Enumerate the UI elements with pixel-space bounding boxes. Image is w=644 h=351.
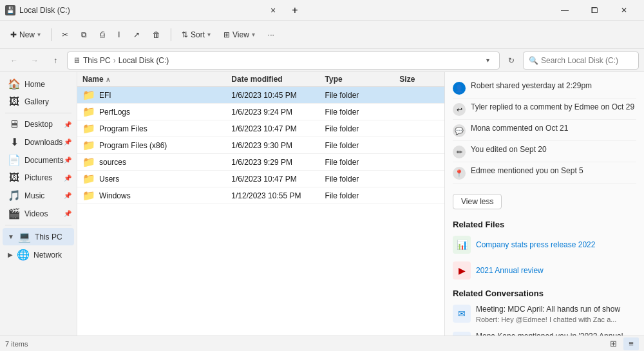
file-date-cell-4: 1/6/2023 9:29 PM [226, 154, 319, 171]
search-icon: 🔍 [529, 56, 538, 65]
view-less-button[interactable]: View less [453, 194, 502, 209]
conversation-item-1[interactable]: ✉ Mona Kane mentioned you in '2022 Annua… [445, 328, 644, 336]
list-view-button[interactable]: ≡ [623, 337, 639, 350]
new-button[interactable]: ✚ New ▾ [5, 24, 46, 45]
file-type-cell-5: File folder [320, 171, 395, 187]
grid-view-button[interactable]: ⊞ [605, 337, 621, 350]
network-expand-icon: ▶ [8, 251, 13, 258]
sidebar-item-network[interactable]: ▶ 🌐 Network [3, 246, 74, 263]
table-row[interactable]: 📁 Program Files 1/6/2023 10:47 PM File f… [77, 120, 444, 137]
sidebar-item-thispc[interactable]: ▼ 💻 This PC [3, 228, 74, 245]
search-input[interactable] [541, 56, 638, 65]
folder-icon-2: 📁 [82, 122, 95, 135]
share-button[interactable]: ↗ [128, 24, 145, 45]
rename-icon: Ⅰ [118, 30, 120, 39]
sidebar-item-home[interactable]: 🏠 Home [3, 75, 74, 93]
activity-text-2: Mona commented on Oct 21 [471, 123, 636, 134]
sidebar-item-gallery[interactable]: 🖼 Gallery [3, 93, 74, 110]
desktop-pin-icon: 📌 [64, 121, 71, 128]
address-bar: ← → ↑ 🖥 This PC › Local Disk (C:) ▾ ↻ 🔍 [0, 49, 644, 72]
folder-icon-0: 📁 [82, 89, 95, 101]
activity-text-4: Edmee mentioned you on Sept 5 [471, 166, 636, 176]
close-tab-button[interactable]: × [264, 0, 282, 21]
table-row[interactable]: 📁 sources 1/6/2023 9:29 PM File folder [77, 154, 444, 171]
folder-icon-5: 📁 [82, 173, 95, 185]
forward-button[interactable]: → [26, 52, 44, 70]
file-name-cell-1: 📁 PerfLogs [77, 104, 226, 120]
file-type-cell-1: File folder [320, 104, 395, 120]
minimize-button[interactable]: — [550, 0, 580, 21]
file-name-2: Program Files [99, 124, 147, 133]
table-header-row: Name ∧ Date modified Type Size [77, 72, 444, 87]
delete-button[interactable]: 🗑 [147, 24, 166, 45]
table-row[interactable]: 📁 PerfLogs 1/6/2023 9:24 PM File folder [77, 104, 444, 120]
folder-icon-4: 📁 [82, 156, 95, 168]
sort-button[interactable]: ⇅ Sort ▾ [176, 24, 216, 45]
sidebar-item-videos[interactable]: 🎬 Videos 📌 [3, 205, 74, 222]
column-header-date[interactable]: Date modified [226, 72, 319, 87]
sidebar-home-label: Home [24, 80, 69, 89]
sidebar-item-downloads[interactable]: ⬇ Downloads 📌 [3, 133, 74, 151]
related-file-name-1: 2021 Annual review [476, 266, 544, 275]
conversation-item-0[interactable]: ✉ Meeting: MDC April: All hands run of s… [445, 301, 644, 328]
pictures-pin-icon: 📌 [64, 175, 71, 182]
back-button[interactable]: ← [5, 52, 23, 70]
file-table: Name ∧ Date modified Type Size 📁 EFI 1/6… [77, 72, 444, 204]
sidebar-item-music[interactable]: 🎵 Music 📌 [3, 187, 74, 204]
item-count: 7 items [5, 340, 28, 348]
table-row[interactable]: 📁 Users 1/6/2023 10:47 PM File folder [77, 171, 444, 187]
file-pane: Name ∧ Date modified Type Size 📁 EFI 1/6… [77, 72, 444, 336]
conv-text-0: Meeting: MDC April: All hands run of sho… [476, 305, 636, 324]
sidebar-item-pictures[interactable]: 🖼 Pictures 📌 [3, 169, 74, 186]
breadcrumb-localdisk[interactable]: Local Disk (C:) [118, 56, 169, 65]
maximize-button[interactable]: ⧠ [580, 0, 609, 21]
share-icon: ↗ [133, 30, 140, 39]
table-row[interactable]: 📁 Program Files (x86) 1/6/2023 9:30 PM F… [77, 137, 444, 154]
related-files-header: Related Files [445, 214, 644, 232]
file-type-cell-0: File folder [320, 87, 395, 104]
sidebar-divider-1 [5, 113, 71, 113]
sidebar-item-desktop[interactable]: 🖥 Desktop 📌 [3, 116, 74, 133]
refresh-button[interactable]: ↻ [502, 52, 520, 70]
new-tab-button[interactable]: + [285, 0, 305, 21]
up-button[interactable]: ↑ [46, 52, 64, 70]
related-file-1[interactable]: ▶ 2021 Annual review [445, 258, 644, 283]
copy-button[interactable]: ⧉ [76, 24, 92, 45]
file-type-cell-4: File folder [320, 154, 395, 171]
thispc-icon: 💻 [18, 231, 31, 243]
activity-text-3: You edited on Sept 20 [471, 144, 636, 155]
column-header-name[interactable]: Name ∧ [77, 72, 226, 87]
view-button[interactable]: ⊞ View ▾ [218, 24, 260, 45]
close-button[interactable]: ✕ [609, 0, 639, 21]
breadcrumb-thispc[interactable]: This PC [83, 56, 111, 65]
breadcrumb[interactable]: 🖥 This PC › Local Disk (C:) ▾ [67, 52, 500, 70]
file-name-cell-0: 📁 EFI [77, 87, 226, 104]
file-name-cell-6: 📁 Windows [77, 187, 226, 204]
file-name-0: EFI [99, 91, 111, 100]
cut-button[interactable]: ✂ [57, 24, 73, 45]
new-icon: ✚ [10, 30, 17, 39]
file-size-cell-2 [394, 120, 444, 137]
table-row[interactable]: 📁 Windows 1/12/2023 10:55 PM File folder [77, 187, 444, 204]
view-icon: ⊞ [223, 30, 230, 39]
file-type-cell-6: File folder [320, 187, 395, 204]
column-header-type[interactable]: Type [320, 72, 395, 87]
activity-item-0: 👤 Robert shared yesterday at 2:29pm [453, 77, 636, 99]
file-date-cell-0: 1/6/2023 10:45 PM [226, 87, 319, 104]
new-label: New [19, 30, 35, 39]
more-button[interactable]: ··· [263, 24, 279, 45]
title-bar: 💾 Local Disk (C:) × + — ⧠ ✕ [0, 0, 644, 21]
related-file-0[interactable]: 📊 Company stats press release 2022 [445, 232, 644, 258]
file-name-6: Windows [99, 191, 131, 200]
rename-button[interactable]: Ⅰ [113, 24, 126, 45]
search-box[interactable]: 🔍 [523, 52, 639, 70]
paste-button[interactable]: ⎙ [95, 24, 110, 45]
pictures-icon: 🖼 [8, 172, 21, 184]
table-row[interactable]: 📁 EFI 1/6/2023 10:45 PM File folder [77, 87, 444, 104]
column-header-size[interactable]: Size [394, 72, 444, 87]
breadcrumb-dropdown-button[interactable]: ▾ [481, 54, 494, 67]
file-date-cell-6: 1/12/2023 10:55 PM [226, 187, 319, 204]
right-panel: 👤 Robert shared yesterday at 2:29pm ↩ Ty… [444, 72, 644, 336]
new-dropdown-icon: ▾ [37, 31, 41, 38]
sidebar-item-documents[interactable]: 📄 Documents 📌 [3, 151, 74, 169]
